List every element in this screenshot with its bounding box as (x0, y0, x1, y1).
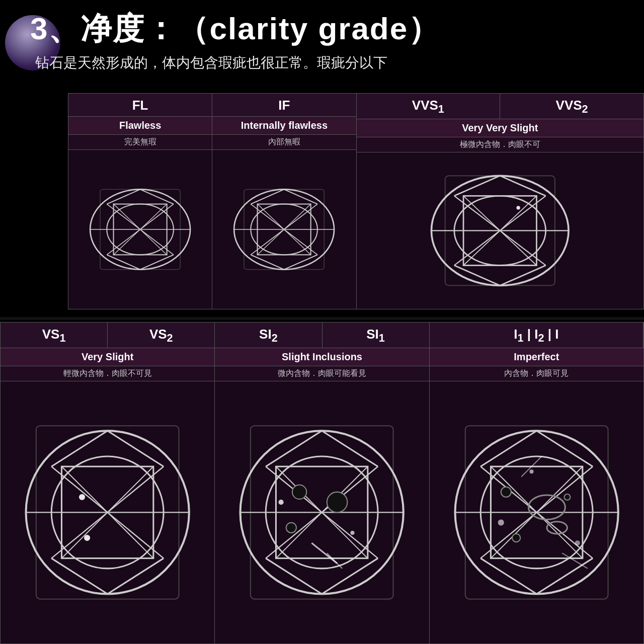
vs-diamond-svg (6, 386, 209, 638)
svg-line-53 (500, 231, 537, 266)
svg-line-85 (322, 513, 378, 558)
grade-vvs1-code: VVS1 (357, 94, 501, 119)
svg-line-70 (108, 466, 153, 512)
svg-line-17 (140, 229, 167, 255)
grade-si-name: Slight Inclusions (215, 348, 429, 366)
svg-point-95 (286, 523, 296, 533)
svg-line-50 (463, 196, 500, 231)
if-diamond-svg (217, 155, 351, 304)
grade-vvs-chinese: 極微內含物．肉眼不可 (357, 137, 644, 152)
svg-line-32 (258, 204, 284, 229)
grade-si2-code: SI2 (215, 323, 322, 348)
grade-if-name: Internally flawless (212, 117, 356, 135)
grade-if-chinese: 內部無暇 (212, 135, 356, 150)
i-diamond-svg (435, 386, 638, 638)
grade-if-code: IF (212, 94, 356, 117)
svg-line-34 (258, 229, 284, 255)
fl-diamond-svg (73, 155, 207, 304)
grade-vvs-diagram (404, 152, 597, 309)
svg-line-14 (114, 204, 140, 229)
grade-vvs: VVS1 VVS2 Very Very Slight 極微內含物．肉眼不可 (357, 94, 644, 309)
grade-si1-code: SI1 (323, 323, 429, 348)
svg-line-109 (480, 513, 536, 558)
svg-line-16 (114, 229, 140, 255)
grade-fl-name: Flawless (68, 117, 212, 135)
grade-i-codes: I1 | I2 | I (430, 323, 643, 348)
title-section: 3、净度：（clarity grade） 钻石是天然形成的，体内包含瑕疵也很正常… (30, 10, 644, 73)
table-divider (0, 317, 644, 320)
svg-point-54 (516, 206, 520, 210)
svg-point-119 (547, 522, 568, 534)
svg-point-74 (84, 535, 90, 541)
upper-table: FL Flawless 完美無瑕 (68, 93, 644, 309)
svg-point-124 (575, 540, 580, 545)
svg-point-94 (327, 492, 348, 513)
svg-point-121 (512, 534, 520, 542)
svg-line-52 (463, 231, 500, 266)
grade-fl-diagram (68, 150, 212, 309)
grade-vs: VS1 VS2 Very Slight 輕微內含物．肉眼不可見 (1, 323, 215, 643)
svg-line-69 (61, 466, 107, 512)
grade-i: I1 | I2 | I Imperfect 內含物．肉眼可見 (430, 323, 643, 643)
svg-line-114 (491, 466, 536, 512)
grade-fl: FL Flawless 完美無瑕 (68, 94, 212, 309)
svg-line-96 (312, 543, 338, 564)
svg-line-64 (51, 513, 107, 558)
svg-line-61 (108, 466, 164, 512)
grade-vs2-code: VS2 (108, 323, 214, 348)
svg-line-84 (266, 513, 322, 558)
grade-vvs2-code: VVS2 (500, 94, 643, 119)
si-diamond-svg (220, 386, 424, 638)
grade-vs-diagram (1, 381, 214, 643)
svg-line-51 (500, 196, 537, 231)
subtitle-text: 钻石是天然形成的，体内包含瑕疵也很正常。瑕疵分以下 (30, 52, 644, 73)
grade-i-name: Imperfect (430, 348, 643, 366)
svg-line-91 (276, 513, 322, 558)
grade-if-diagram (212, 150, 356, 309)
svg-point-98 (279, 500, 284, 505)
main-title: 3、净度：（clarity grade） (30, 10, 644, 47)
grade-vs-codes: VS1 VS2 (1, 323, 214, 348)
svg-line-15 (140, 204, 167, 229)
svg-line-71 (61, 513, 107, 558)
grade-vvs-name: Very Very Slight (357, 119, 644, 137)
grade-i1-code: I1 | I2 | I (430, 323, 643, 348)
grade-i-chinese: 內含物．肉眼可見 (430, 366, 643, 381)
svg-line-92 (322, 513, 368, 558)
svg-line-33 (284, 204, 311, 229)
svg-point-73 (79, 494, 85, 500)
grade-si-codes: SI2 SI1 (215, 323, 429, 348)
svg-line-35 (284, 229, 311, 255)
grade-fl-code: FL (68, 94, 212, 117)
grade-si-chinese: 微內含物．肉眼可能看見 (215, 366, 429, 381)
svg-line-72 (108, 513, 153, 558)
grade-vs-name: Very Slight (1, 348, 214, 366)
svg-point-120 (501, 487, 511, 497)
grade-vs1-code: VS1 (1, 323, 108, 348)
svg-line-65 (108, 513, 164, 558)
grade-fl-chinese: 完美無瑕 (68, 135, 212, 150)
grade-if: IF Internally flawless 內部無暇 (212, 94, 356, 309)
svg-point-118 (528, 495, 565, 520)
svg-line-60 (51, 466, 107, 512)
lower-table: VS1 VS2 Very Slight 輕微內含物．肉眼不可見 (0, 322, 644, 644)
svg-point-93 (292, 485, 306, 499)
grade-si: SI2 SI1 Slight Inclusions 微內含物．肉眼可能看見 (215, 323, 429, 643)
page-container: 3、净度：（clarity grade） 钻石是天然形成的，体内包含瑕疵也很正常… (0, 0, 644, 644)
svg-line-115 (536, 466, 582, 512)
svg-point-99 (351, 531, 355, 535)
vvs-diamond-svg (409, 157, 592, 304)
svg-point-125 (529, 469, 533, 473)
grade-vs-chinese: 輕微內含物．肉眼不可見 (1, 366, 214, 381)
grade-vvs-codes: VVS1 VVS2 (357, 94, 644, 119)
grade-si-diagram (215, 381, 429, 643)
svg-point-122 (564, 494, 570, 500)
grade-i-diagram (430, 381, 643, 643)
svg-point-123 (498, 520, 504, 526)
svg-line-97 (327, 553, 342, 569)
